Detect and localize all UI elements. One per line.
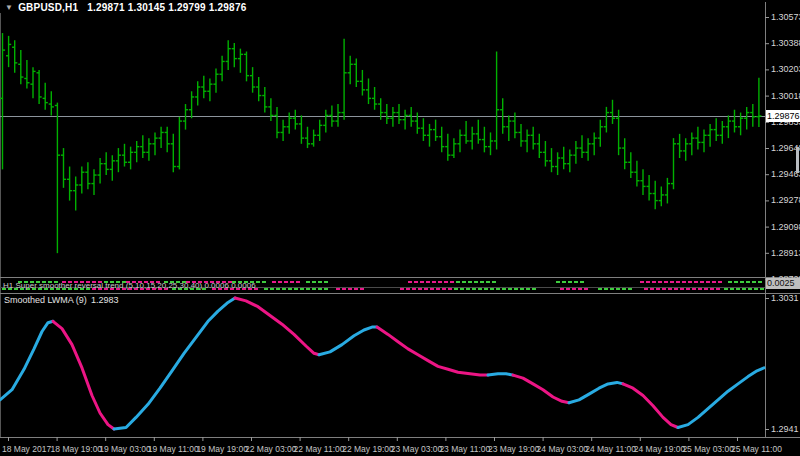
- trend-dash: [270, 288, 274, 290]
- trend-dash: [354, 288, 358, 290]
- trend-dash: [490, 288, 494, 290]
- trend-dash: [496, 288, 500, 290]
- trend-dash: [282, 288, 286, 290]
- trend-dash: [740, 281, 744, 283]
- trend-dash: [290, 281, 294, 283]
- trend-dash: [760, 288, 764, 290]
- trend-dash: [668, 288, 672, 290]
- trend-dash: [456, 281, 460, 283]
- trend-dash: [574, 281, 578, 283]
- trend-dash: [752, 281, 756, 283]
- trend-dash: [676, 281, 680, 283]
- chart-plot-area[interactable]: 1.305731.303881.302031.300181.298331.296…: [0, 0, 800, 456]
- trend-dash: [686, 288, 690, 290]
- trend-dash: [746, 281, 750, 283]
- trend-dash: [724, 288, 728, 290]
- time-axis-label: 24 May 03:00: [537, 444, 589, 454]
- trend-dash: [474, 281, 478, 283]
- trend-dash: [418, 288, 422, 290]
- trend-dash: [426, 281, 430, 283]
- trend-dash: [694, 281, 698, 283]
- price-axis-label: 1.29278: [771, 195, 800, 205]
- trend-dash: [616, 288, 620, 290]
- trend-dash: [294, 288, 298, 290]
- trend-dash: [716, 288, 720, 290]
- trend-dash: [272, 281, 276, 283]
- trend-dash: [478, 288, 482, 290]
- trend-dash: [324, 281, 328, 283]
- trend-dash: [306, 288, 310, 290]
- trend-dash: [256, 281, 260, 283]
- trend-dash: [442, 288, 446, 290]
- price-axis-label: 1.30203: [771, 64, 800, 74]
- trend-dash: [566, 288, 570, 290]
- trend-dash: [604, 288, 608, 290]
- lwma-curve-segment: [319, 327, 377, 355]
- trend-dash: [508, 288, 512, 290]
- trend-dash: [514, 288, 518, 290]
- trend-dash: [448, 288, 452, 290]
- trend-dash: [664, 281, 668, 283]
- trend-dash: [572, 288, 576, 290]
- indicator1-label: H1 Super smoother reversal trend (5,10,1…: [3, 281, 256, 290]
- price-axis-label: 1.29098: [771, 222, 800, 232]
- trend-dash: [674, 288, 678, 290]
- trend-dash: [652, 281, 656, 283]
- trend-dash: [628, 288, 632, 290]
- time-axis-label: 22 May 11:00: [294, 444, 345, 454]
- trend-dash: [658, 281, 662, 283]
- time-axis-label: 25 May 11:00: [731, 444, 782, 454]
- lwma-curve-segment: [114, 298, 235, 429]
- lwma-curve-segment: [513, 375, 569, 403]
- trend-dash: [646, 281, 650, 283]
- trend-dash: [342, 288, 346, 290]
- trend-dash: [758, 281, 762, 283]
- trend-dash: [484, 288, 488, 290]
- trend-dash: [580, 281, 584, 283]
- trend-dash: [412, 288, 416, 290]
- trend-dash: [598, 288, 602, 290]
- trend-dash: [306, 281, 310, 283]
- trend-dash: [450, 281, 454, 283]
- trend-dash: [460, 288, 464, 290]
- time-axis-label: 25 May 03:00: [682, 444, 734, 454]
- time-axis-label: 23 May 03:00: [391, 444, 443, 454]
- trend-dash: [414, 281, 418, 283]
- trend-dash: [436, 288, 440, 290]
- trend-dash: [556, 281, 560, 283]
- trend-dash: [754, 288, 758, 290]
- trend-dash: [670, 281, 674, 283]
- lwma-curve-segment: [488, 374, 513, 375]
- trend-dash: [502, 288, 506, 290]
- trend-dash: [748, 288, 752, 290]
- trend-dash: [578, 288, 582, 290]
- trend-dash: [438, 281, 442, 283]
- time-axis-label: 18 May 19:00: [51, 444, 103, 454]
- trend-dash: [406, 288, 410, 290]
- price-scale-scrollbar-thumb[interactable]: [796, 147, 799, 173]
- trend-dash: [526, 288, 530, 290]
- trend-dash: [288, 288, 292, 290]
- trend-dash: [318, 288, 322, 290]
- current-price-box: 1.29876: [766, 110, 800, 122]
- trend-dash: [568, 281, 572, 283]
- trend-dash: [262, 281, 266, 283]
- trend-dash: [610, 288, 614, 290]
- trend-dash: [562, 281, 566, 283]
- trend-dash: [480, 281, 484, 283]
- symbol-dropdown-icon[interactable]: ▼: [5, 3, 13, 12]
- price-axis-label: 1.28913: [771, 248, 800, 258]
- trend-dash: [432, 281, 436, 283]
- trend-dash: [462, 281, 466, 283]
- trend-dash: [336, 288, 340, 290]
- ohlc-values: 1.29871 1.30145 1.29799 1.29876: [87, 2, 246, 13]
- trend-dash: [468, 281, 472, 283]
- trend-dash: [692, 288, 696, 290]
- indicator2-value: 1.2983: [91, 295, 119, 305]
- trend-dash: [296, 281, 300, 283]
- trend-dash: [492, 281, 496, 283]
- trend-dash: [466, 288, 470, 290]
- trend-dash: [532, 288, 536, 290]
- lwma-curve-segment: [0, 321, 53, 400]
- trend-dash: [700, 281, 704, 283]
